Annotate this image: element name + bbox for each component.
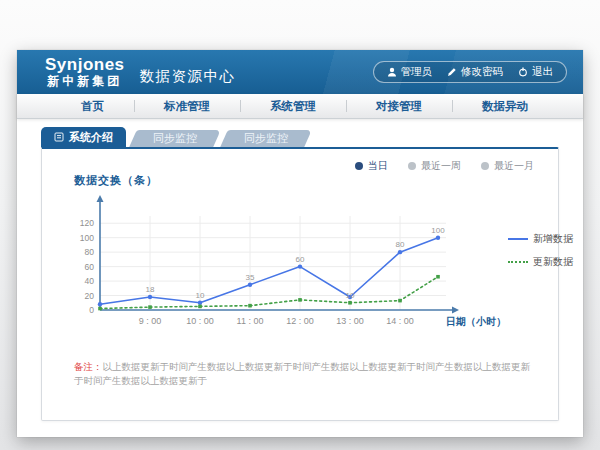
radio-label: 最近一月 [494,159,534,173]
document-icon [54,132,64,142]
change-password-button[interactable]: 修改密码 [447,65,503,79]
data-point-label: 10 [196,291,205,300]
data-point[interactable] [398,250,402,254]
page-title: 数据资源中心 [140,67,236,86]
footnote-prefix: 备注： [74,361,103,372]
data-point-label: 35 [246,273,255,282]
current-user-label: 管理员 [401,65,433,79]
tab-label: 系统介绍 [69,130,113,145]
nav-item-home[interactable]: 首页 [51,99,134,114]
legend-line-swatch [508,238,528,240]
change-password-label: 修改密码 [461,65,503,79]
y-tick-label: 100 [80,233,94,243]
data-point-label: 10 [346,291,355,300]
chart-area: 0204060801001209 : 0010 : 0011 : 0012 : … [60,192,570,334]
tab-sync-monitor-2[interactable]: 同步监控 [224,130,308,147]
chart-legend: 新增数据 更新数据 [508,232,573,269]
range-option-last-month[interactable]: 最近一月 [481,159,534,173]
y-tick-label: 20 [85,291,95,301]
range-selector: 当日 最近一周 最近一月 [42,159,534,173]
data-point-label: 80 [396,240,405,249]
range-option-last-week[interactable]: 最近一周 [408,159,461,173]
current-user-button[interactable]: 管理员 [387,65,433,79]
tab-bar: 系统介绍 同步监控 同步监控 [41,127,583,147]
nav-item-standard-mgmt[interactable]: 标准管理 [134,99,240,114]
data-point-label: 100 [431,226,445,235]
tab-sync-monitor-1[interactable]: 同步监控 [133,130,217,147]
series-line-1 [100,238,438,305]
tab-system-intro[interactable]: 系统介绍 [41,127,126,147]
data-point-label: 18 [146,285,155,294]
footnote: 备注：以上数据更新于时间产生数据以上数据更新于时间产生数据以上数据更新于时间产生… [74,360,532,388]
x-tick-label: 10 : 00 [186,316,214,326]
app-window: Synjones 新中新集团 数据资源中心 管理员 修改密码 [17,50,583,437]
data-point[interactable] [148,305,152,309]
range-option-today[interactable]: 当日 [355,159,388,173]
legend-label: 新增数据 [533,232,573,246]
main-nav: 首页 标准管理 系统管理 对接管理 数据异动 [17,94,583,119]
nav-item-integration-mgmt[interactable]: 对接管理 [346,99,452,114]
data-point-label: 60 [296,255,305,264]
data-point[interactable] [348,301,352,305]
data-point[interactable] [198,305,202,309]
pencil-icon [447,67,457,77]
data-point[interactable] [436,235,440,239]
y-axis-title: 数据交换（条） [74,173,558,188]
brand-logo-en: Synjones [45,56,125,74]
footnote-text: 以上数据更新于时间产生数据以上数据更新于时间产生数据以上数据更新于时间产生数据以… [74,361,530,386]
data-point[interactable] [436,275,440,279]
tab-label: 同步监控 [153,130,197,147]
data-point[interactable] [198,301,202,305]
x-tick-label: 12 : 00 [286,316,314,326]
data-point[interactable] [298,298,302,302]
x-tick-label: 14 : 00 [386,316,414,326]
y-tick-label: 120 [80,218,94,228]
user-toolbar: 管理员 修改密码 退出 [373,61,568,83]
legend-label: 更新数据 [533,255,573,269]
data-point[interactable] [98,302,102,306]
y-tick-label: 60 [85,262,95,272]
radio-label: 当日 [368,159,388,173]
radio-label: 最近一周 [421,159,461,173]
tab-label: 同步监控 [244,130,288,147]
y-tick-label: 40 [85,276,95,286]
data-point[interactable] [298,264,302,268]
y-axis-arrow-icon [97,195,104,202]
radio-dot [481,162,489,170]
logout-button[interactable]: 退出 [518,65,553,79]
brand-logo-cn: 新中新集团 [47,75,122,88]
radio-dot [355,162,363,170]
legend-line-swatch [508,261,528,263]
nav-item-system-mgmt[interactable]: 系统管理 [240,99,346,114]
x-tick-label: 11 : 00 [237,316,264,326]
radio-dot [408,162,416,170]
data-point[interactable] [98,307,102,311]
x-tick-label: 9 : 00 [139,316,162,326]
user-icon [387,67,397,77]
app-header: Synjones 新中新集团 数据资源中心 管理员 修改密码 [17,50,583,94]
line-chart: 0204060801001209 : 0010 : 0011 : 0012 : … [60,192,506,334]
y-tick-label: 0 [89,305,94,315]
x-axis-title: 日期（小时） [446,315,506,329]
data-point[interactable] [248,282,252,286]
nav-item-data-change[interactable]: 数据异动 [452,99,558,114]
data-point[interactable] [398,299,402,303]
x-axis-arrow-icon [452,307,459,314]
legend-item-new-data[interactable]: 新增数据 [508,232,573,246]
logout-label: 退出 [532,65,553,79]
data-point[interactable] [248,304,252,308]
data-point[interactable] [148,295,152,299]
brand-logo: Synjones 新中新集团 [45,56,125,87]
y-tick-label: 80 [85,247,95,257]
x-tick-label: 13 : 00 [336,316,364,326]
legend-item-update-data[interactable]: 更新数据 [508,255,573,269]
power-icon [518,67,528,77]
content-panel: 当日 最近一周 最近一月 数据交换（条） 0204060801001209 : … [41,147,559,421]
